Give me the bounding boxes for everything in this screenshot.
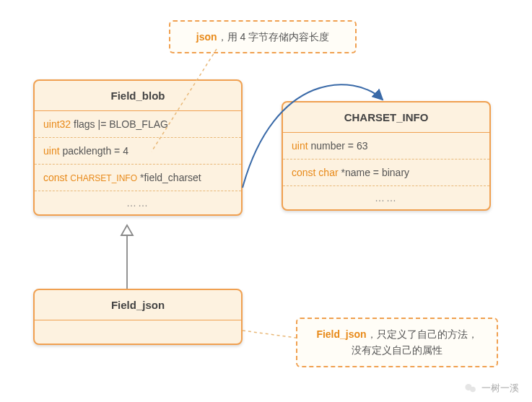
field-blob-title: Field_blob — [35, 81, 241, 111]
charset-info-row-number: uint number = 63 — [283, 133, 489, 160]
field-blob-ellipsis: …… — [35, 191, 241, 214]
field-json-title: Field_json — [35, 290, 241, 320]
charset-info-ellipsis: …… — [283, 186, 489, 209]
inheritance-triangle-icon — [121, 225, 133, 235]
callout-bottom-highlight: Field_json — [316, 328, 366, 340]
field-json-ellipsis — [35, 320, 241, 344]
callout-top-highlight: json — [196, 31, 217, 43]
callout-bottom-line1: ，只定义了自己的方法， — [367, 328, 478, 340]
connector-callout-bottom — [243, 331, 296, 338]
class-charset-info: CHARSET_INFO uint number = 63 const char… — [282, 101, 491, 211]
field-blob-row-packlength: uint packlength = 4 — [35, 138, 241, 165]
watermark-text: 一树一溪 — [481, 382, 519, 395]
field-blob-row-flags: uint32 flags |= BLOB_FLAG — [35, 111, 241, 138]
watermark: 一树一溪 — [464, 382, 519, 395]
charset-info-row-name: const char *name = binary — [283, 160, 489, 186]
class-field-blob: Field_blob uint32 flags |= BLOB_FLAG uin… — [33, 79, 243, 216]
callout-json-bytes: json，用 4 字节存储内容长度 — [169, 20, 357, 53]
field-blob-row-charset: const CHARSET_INFO *field_charset — [35, 165, 241, 191]
charset-info-title: CHARSET_INFO — [283, 102, 489, 133]
callout-bottom-line2: 没有定义自己的属性 — [308, 342, 487, 358]
wechat-icon — [464, 382, 477, 395]
callout-field-json: Field_json，只定义了自己的方法， 没有定义自己的属性 — [296, 318, 498, 367]
class-field-json: Field_json — [33, 289, 243, 345]
callout-top-text: ，用 4 字节存储内容长度 — [217, 31, 330, 43]
svg-point-1 — [470, 387, 476, 393]
